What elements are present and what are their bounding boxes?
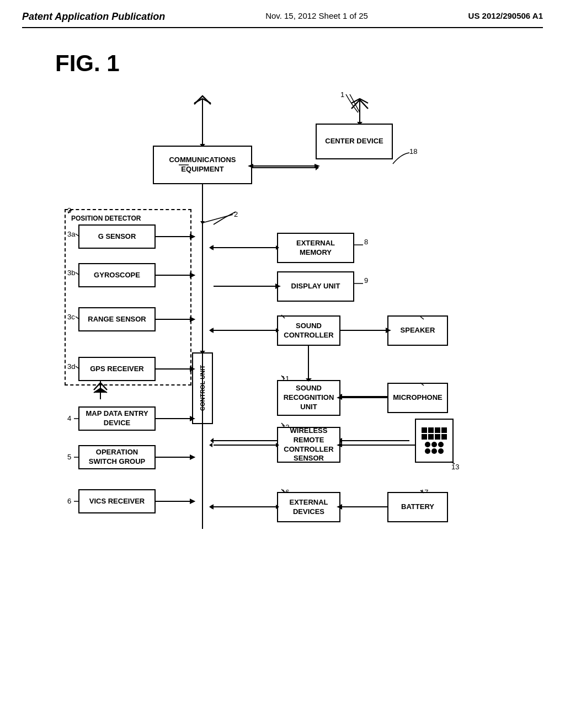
label-8: 8 — [364, 238, 368, 246]
label-9: 9 — [364, 276, 368, 285]
box-microphone: MICROPHONE — [387, 383, 448, 413]
svg-marker-25 — [210, 245, 214, 250]
label-4: 4 — [67, 414, 71, 422]
svg-marker-90 — [209, 505, 212, 509]
box-speaker: SPEAKER — [387, 315, 448, 346]
position-detector-label: POSITION DETECTOR — [71, 215, 141, 223]
label-5: 5 — [67, 453, 71, 461]
label-2: 2 — [234, 210, 238, 218]
header: Patent Application Publication Nov. 15, … — [22, 11, 543, 28]
header-left: Patent Application Publication — [22, 11, 165, 23]
box-sound-recognition: SOUND RECOGNITION UNIT — [277, 380, 340, 416]
svg-line-50 — [202, 215, 233, 223]
fig-label: FIG. 1 — [55, 50, 543, 77]
svg-line-48 — [350, 94, 360, 113]
box-external-memory: EXTERNAL MEMORY — [277, 233, 354, 263]
svg-marker-76 — [209, 328, 212, 333]
svg-marker-105 — [190, 455, 195, 459]
box-battery: BATTERY — [387, 492, 448, 522]
box-external-devices: EXTERNAL DEVICES — [277, 492, 340, 522]
box-sound-controller: SOUND CONTROLLER — [277, 315, 340, 346]
box-control-unit: CONTROL UNIT — [192, 352, 213, 424]
svg-marker-44 — [210, 504, 214, 510]
label-18: 18 — [409, 147, 417, 156]
box-vics-receiver: VICS RECEIVER — [78, 489, 156, 513]
svg-marker-71 — [209, 245, 212, 250]
diagram: 1 7 18 3 3a 3b 3c 3d 4 5 6 2 8 9 10 14 1… — [34, 88, 531, 639]
box-wireless-remote: WIRELESS REMOTE CONTROLLER SENSOR — [277, 427, 340, 463]
label-1: 1 — [340, 90, 344, 99]
svg-marker-116 — [315, 164, 320, 168]
label-13: 13 — [451, 463, 459, 471]
box-operation-switch: OPERATION SWITCH GROUP — [78, 445, 156, 469]
svg-marker-110 — [200, 221, 205, 224]
box-g-sensor: G SENSOR — [78, 224, 156, 249]
box-gps-receiver: GPS RECEIVER — [78, 357, 156, 381]
box-comm-equipment: COMMUNICATIONS EQUIPMENT — [153, 146, 252, 184]
header-center: Nov. 15, 2012 Sheet 1 of 25 — [265, 11, 368, 20]
svg-marker-6 — [316, 165, 319, 170]
label-6: 6 — [67, 497, 71, 505]
box-center-device: CENTER DEVICE — [316, 124, 393, 159]
header-right: US 2012/290506 A1 — [468, 11, 543, 20]
box-display-unit: DISPLAY UNIT — [277, 271, 354, 302]
svg-marker-39 — [210, 438, 214, 443]
svg-marker-23 — [190, 499, 195, 504]
box-gyroscope: GYROSCOPE — [78, 263, 156, 287]
svg-marker-21 — [190, 454, 195, 460]
page: Patent Application Publication Nov. 15, … — [0, 0, 565, 728]
svg-marker-85 — [209, 443, 212, 447]
box-range-sensor: RANGE SENSOR — [78, 307, 156, 331]
svg-marker-107 — [190, 499, 195, 504]
svg-marker-30 — [210, 328, 214, 333]
remote-controller-icon — [415, 419, 454, 463]
box-map-data: MAP DATA ENTRY DEVICE — [78, 406, 156, 431]
